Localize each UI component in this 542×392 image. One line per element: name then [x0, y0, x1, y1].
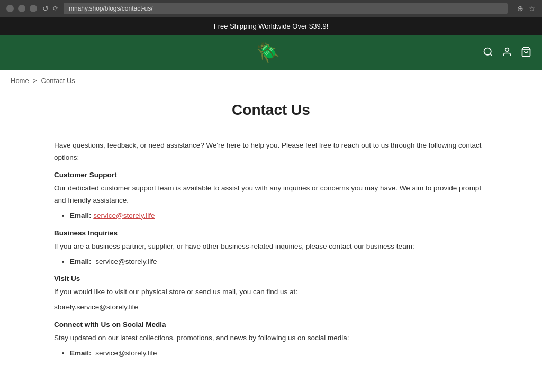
email-label-2: Email: — [70, 258, 92, 266]
browser-controls — [6, 5, 37, 12]
browser-minimize[interactable] — [18, 5, 25, 12]
email-label-3: Email: — [70, 349, 92, 357]
business-inquiries-text: If you are a business partner, supplier,… — [54, 241, 488, 253]
business-email-text: service@storely.life — [95, 258, 157, 266]
social-email-text: service@storely.life — [95, 349, 157, 357]
header-logo[interactable]: 🪲 — [53, 42, 483, 64]
site-header: 🪲 — [0, 35, 542, 70]
bookmark-icon[interactable]: ☆ — [529, 4, 536, 13]
visit-us-address: storely.service@storely.life — [54, 302, 488, 314]
business-email-item: Email: service@storely.life — [70, 256, 488, 268]
customer-support-text: Our dedicated customer support team is a… — [54, 183, 488, 207]
customer-support-heading: Customer Support — [54, 169, 488, 181]
reload-icon[interactable]: ⟳ — [53, 5, 58, 12]
customer-support-email-link[interactable]: service@storely.life — [93, 212, 155, 220]
browser-chrome: ↺ ⟳ mnahy.shop/blogs/contact-us/ ⊕ ☆ — [0, 0, 542, 17]
logo-icon: 🪲 — [256, 42, 280, 64]
header-icons — [483, 47, 531, 60]
back-icon[interactable]: ↺ — [42, 4, 49, 13]
social-email-list: Email: service@storely.life — [70, 348, 488, 360]
svg-point-2 — [505, 48, 509, 51]
main-content: Contact Us Have questions, feedback, or … — [33, 91, 509, 392]
browser-close[interactable] — [6, 5, 14, 12]
intro-text: Have questions, feedback, or need assist… — [54, 140, 488, 164]
customer-support-list: Email: service@storely.life — [70, 210, 488, 222]
account-icon[interactable] — [502, 47, 512, 60]
visit-us-heading: Visit Us — [54, 273, 488, 285]
customer-support-email-item: Email: service@storely.life — [70, 210, 488, 222]
extensions-icon[interactable]: ⊕ — [517, 4, 523, 13]
breadcrumb-separator: > — [33, 77, 37, 85]
promo-text: Free Shipping Worldwide Over $39.9! — [214, 22, 329, 30]
cart-icon[interactable] — [521, 47, 531, 60]
business-email-list: Email: service@storely.life — [70, 256, 488, 268]
email-label-1: Email: — [70, 212, 92, 220]
content-body: Have questions, feedback, or need assist… — [54, 140, 488, 360]
social-text: Stay updated on our latest collections, … — [54, 332, 488, 344]
social-email-item: Email: service@storely.life — [70, 348, 488, 360]
search-icon[interactable] — [483, 47, 493, 60]
url-bar[interactable]: mnahy.shop/blogs/contact-us/ — [64, 3, 508, 14]
breadcrumb-home[interactable]: Home — [11, 77, 29, 85]
browser-maximize[interactable] — [30, 5, 37, 12]
visit-us-text: If you would like to visit our physical … — [54, 286, 488, 298]
promo-banner: Free Shipping Worldwide Over $39.9! — [0, 17, 542, 35]
url-text: mnahy.shop/blogs/contact-us/ — [69, 5, 153, 12]
social-heading: Connect with Us on Social Media — [54, 319, 488, 331]
svg-point-0 — [484, 48, 491, 54]
breadcrumb: Home > Contact Us — [0, 70, 542, 91]
svg-line-1 — [490, 53, 492, 56]
page-title: Contact Us — [54, 102, 488, 118]
business-inquiries-heading: Business Inquiries — [54, 227, 488, 240]
breadcrumb-current: Contact Us — [41, 77, 75, 85]
